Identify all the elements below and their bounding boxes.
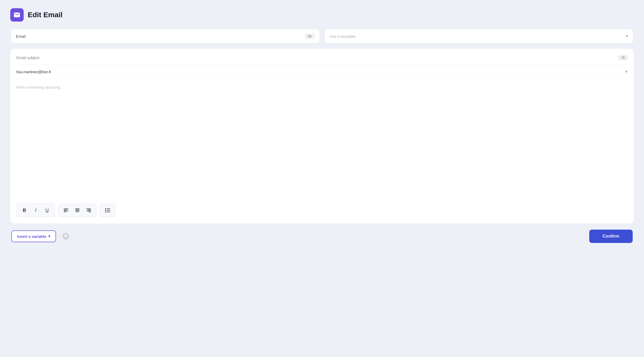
left-actions: Insert a variable ▾ [11, 230, 71, 242]
svg-rect-4 [75, 209, 80, 209]
svg-rect-3 [64, 212, 66, 212]
svg-rect-10 [86, 211, 91, 211]
subject-input[interactable] [16, 55, 618, 60]
svg-rect-0 [64, 209, 68, 209]
template-placeholder: Use a template [330, 34, 356, 39]
svg-rect-13 [107, 209, 110, 209]
recipient-row[interactable]: lisa.martinez@live.fr ▾ [16, 69, 628, 79]
svg-rect-8 [86, 209, 91, 209]
insert-variable-label: Insert a variable [17, 234, 46, 239]
email-tab-count: 45 [305, 34, 314, 39]
editor-container: 78 lisa.martinez@live.fr ▾ Write somethi… [10, 49, 634, 223]
svg-point-16 [105, 211, 106, 212]
italic-button[interactable]: I [31, 206, 40, 215]
svg-rect-11 [88, 212, 91, 212]
svg-rect-7 [76, 212, 79, 212]
chevron-down-icon: ▾ [626, 33, 628, 39]
svg-point-14 [105, 210, 106, 211]
svg-rect-15 [107, 210, 110, 211]
align-group [58, 203, 97, 217]
svg-rect-2 [64, 211, 68, 211]
svg-rect-9 [87, 210, 91, 210]
insert-variable-button[interactable]: Insert a variable ▾ [11, 230, 56, 242]
email-icon-wrapper [10, 8, 24, 22]
bold-button[interactable]: B [20, 206, 29, 215]
top-controls: Email 45 Use a template ▾ [10, 29, 634, 44]
svg-rect-17 [107, 212, 110, 212]
email-icon [13, 11, 21, 18]
recipient-email: lisa.martinez@live.fr [16, 70, 51, 74]
svg-point-20 [66, 236, 67, 236]
email-tab[interactable]: Email 45 [10, 29, 320, 44]
align-right-button[interactable] [84, 206, 93, 215]
body-placeholder: Write something amazing... [16, 85, 63, 89]
recipient-chevron-icon: ▾ [625, 69, 628, 74]
svg-rect-6 [75, 211, 80, 211]
svg-point-18 [63, 233, 69, 239]
list-group [100, 203, 116, 217]
text-format-group: B I U [16, 203, 55, 217]
confirm-button[interactable]: Confirm [589, 230, 633, 243]
page-header: Edit Email [10, 8, 634, 22]
subject-count: 78 [618, 55, 628, 60]
template-select[interactable]: Use a template ▾ [324, 29, 634, 44]
underline-button[interactable]: U [42, 206, 52, 215]
svg-point-12 [105, 208, 106, 209]
align-left-button[interactable] [61, 206, 71, 215]
align-center-button[interactable] [73, 206, 82, 215]
body-area[interactable]: Write something amazing... [16, 83, 628, 198]
svg-point-19 [65, 236, 65, 236]
emoji-button[interactable] [60, 231, 71, 242]
subject-row: 78 [16, 55, 628, 65]
email-tab-label: Email [16, 34, 26, 39]
list-button[interactable] [103, 206, 112, 215]
svg-rect-1 [64, 210, 67, 210]
bottom-bar: Insert a variable ▾ Confirm [10, 230, 634, 243]
toolbar-section: B I U [16, 198, 628, 217]
page-title: Edit Email [28, 11, 62, 19]
formatting-toolbars: B I U [16, 203, 628, 217]
svg-rect-5 [76, 210, 79, 210]
insert-variable-chevron-icon: ▾ [48, 234, 50, 239]
